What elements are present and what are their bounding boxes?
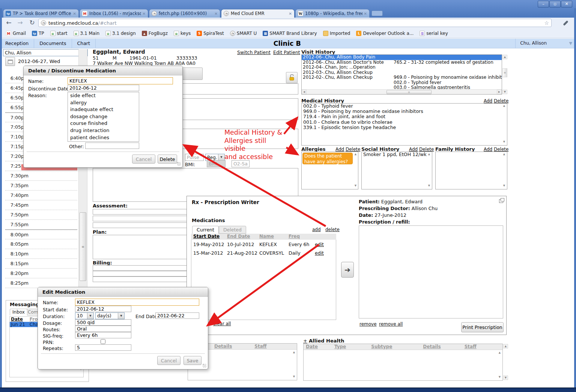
- medical-history-add-link[interactable]: Add: [484, 98, 492, 104]
- scroll-up-icon[interactable]: ▲: [502, 55, 507, 59]
- duration-unit-select[interactable]: day(s)▼: [95, 312, 125, 319]
- scroll-up-icon[interactable]: ▲: [502, 104, 507, 108]
- visit-history-row[interactable]: 2012-06-... Chu, Allison Doctor's Note 7…: [302, 60, 502, 65]
- dropdown-arrow-icon[interactable]: ▼: [118, 313, 124, 319]
- resize-grip[interactable]: [203, 364, 206, 368]
- cancel-button[interactable]: Cancel: [157, 356, 180, 365]
- scroll-up-icon[interactable]: ▲: [503, 344, 508, 348]
- schedule-slot[interactable]: 8:05pm: [5, 239, 77, 249]
- medication-name-input[interactable]: [75, 299, 199, 306]
- bookmark-item[interactable]: SMART Brand Library: [260, 30, 319, 37]
- reason-option[interactable]: patient declines: [68, 134, 139, 141]
- close-button[interactable]: ✕: [561, 1, 572, 8]
- settings-wrench-icon[interactable]: [560, 18, 571, 27]
- browser-tab[interactable]: TP > Task Board (MP Office ✕: [3, 9, 79, 18]
- scroll-down-icon[interactable]: ▼: [353, 184, 358, 188]
- messaging-tab-inbox[interactable]: Inbox: [10, 309, 27, 315]
- medications-tab[interactable]: Current: [192, 226, 219, 234]
- minimize-button[interactable]: –: [538, 1, 549, 8]
- allergy-no-link[interactable]: No: [304, 165, 311, 170]
- schedule-slot[interactable]: 8:10pm: [5, 249, 77, 259]
- end-date-input[interactable]: [155, 312, 199, 319]
- visit-history-row[interactable]: 2012-02-... Chu, Allison Checkup 969.0 -…: [302, 75, 502, 80]
- print-prescription-button[interactable]: Print Prescription: [461, 322, 504, 332]
- reason-option[interactable]: course finished: [68, 120, 139, 127]
- medical-history-item[interactable]: 339.1 - Episodic tension type headache: [302, 125, 507, 130]
- repeats-input[interactable]: [75, 344, 131, 351]
- med-edit-link[interactable]: edit: [315, 250, 324, 257]
- bookmark-item[interactable]: FogBugz: [140, 30, 170, 37]
- back-button[interactable]: ←: [4, 18, 14, 27]
- bookmark-star-icon[interactable]: ☆: [544, 20, 549, 26]
- tab-close-icon[interactable]: ✕: [215, 12, 218, 16]
- social-history-delete-link[interactable]: Delete: [419, 147, 434, 152]
- browser-tab[interactable]: Inbox (1,056) - mrjacksonch ✕: [80, 9, 148, 18]
- bookmark-item[interactable]: Developer Outlook a...: [354, 30, 416, 37]
- med-edit-link[interactable]: edit: [315, 241, 324, 248]
- visit-history-row[interactable]: 2012-06-... Chu, Allison Body Pain: [302, 55, 502, 60]
- unlock-note-button[interactable]: [286, 72, 298, 83]
- forward-button[interactable]: →: [15, 18, 25, 27]
- scroll-up-icon[interactable]: ▲: [502, 152, 507, 157]
- medical-history-item[interactable]: 969.0 - Poisoning by monoamine oxidase i…: [302, 109, 507, 114]
- schedule-slot[interactable]: 7:50pm: [5, 210, 77, 220]
- tab-close-icon[interactable]: ✕: [289, 12, 292, 16]
- other-reason-input[interactable]: [85, 143, 139, 149]
- schedule-slot[interactable]: 8:00pm: [5, 230, 77, 239]
- bookmark-item[interactable]: start: [48, 30, 70, 37]
- bookmark-item[interactable]: TP: [30, 30, 47, 37]
- bookmark-item[interactable]: 3.1 Main: [71, 30, 102, 37]
- scroll-left-icon[interactable]: ◀: [302, 90, 307, 94]
- social-history-item[interactable]: Smoker 1 ppd, EtOH 12/wk: [362, 152, 432, 157]
- scroll-right-icon[interactable]: ▶: [497, 90, 502, 94]
- medical-history-delete-link[interactable]: Delete: [494, 98, 508, 104]
- scrollbar-thumb[interactable]: ≡: [387, 90, 432, 94]
- scroll-down-icon[interactable]: ▼: [292, 375, 296, 379]
- popout-icon[interactable]: [499, 199, 503, 203]
- tab-close-icon[interactable]: ✕: [364, 12, 367, 16]
- schedule-slot[interactable]: 8:15pm: [5, 259, 77, 269]
- medical-history-item[interactable]: 719.4 - Pain in joint, ankle and foot: [302, 114, 507, 119]
- visit-history-row[interactable]: 002.0 - Typhoid fever: [302, 80, 502, 86]
- scroll-down-icon[interactable]: ▼: [497, 375, 502, 380]
- resize-grip[interactable]: [177, 162, 181, 166]
- add-to-prescription-button[interactable]: ➔: [341, 262, 354, 278]
- bookmark-item[interactable]: keys: [171, 30, 193, 37]
- family-history-delete-link[interactable]: Delete: [494, 147, 508, 152]
- medication-add-link[interactable]: add: [312, 227, 321, 232]
- reason-option[interactable]: allergy: [68, 99, 139, 107]
- allergies-delete-link[interactable]: Delete: [346, 147, 360, 152]
- app-nav-item[interactable]: Reception: [0, 39, 34, 48]
- provider-select[interactable]: Chu, Allison▼: [3, 49, 88, 56]
- schedule-slot[interactable]: 7:55pm: [5, 220, 77, 230]
- reason-option[interactable]: inadequate effect: [68, 106, 139, 113]
- user-menu-caret-icon[interactable]: ▼: [569, 39, 572, 48]
- maximize-button[interactable]: ▫: [549, 1, 561, 8]
- medications-tab[interactable]: Deleted: [219, 226, 246, 234]
- pulse-input[interactable]: [185, 154, 204, 161]
- routes-input[interactable]: [75, 326, 131, 332]
- tab-close-icon[interactable]: ✕: [73, 12, 76, 16]
- bookmark-item[interactable]: Imported: [321, 30, 353, 37]
- medication-name-input[interactable]: [68, 77, 173, 84]
- remove-link[interactable]: remove: [359, 321, 377, 327]
- schedule-slot[interactable]: 7:30pm: [5, 171, 77, 181]
- medication-row[interactable]: 15-Mar-201221-Aug-2012COVERSYLDailyedit: [191, 250, 336, 258]
- allergies-add-link[interactable]: Add: [335, 147, 344, 152]
- dropdown-arrow-icon[interactable]: ▼: [218, 154, 224, 161]
- clear-all-link[interactable]: clear all: [213, 321, 231, 326]
- schedule-slot[interactable]: 7:40pm: [5, 191, 77, 200]
- scroll-down-icon[interactable]: ▼: [502, 90, 507, 94]
- o2sat-input[interactable]: [232, 160, 250, 167]
- visit-history-hscrollbar[interactable]: ◀ ≡ ▶: [302, 89, 502, 94]
- scroll-up-icon[interactable]: ▲: [292, 350, 296, 355]
- scroll-down-icon[interactable]: ▼: [502, 184, 507, 188]
- scrollbar-thumb[interactable]: ≡: [502, 68, 507, 77]
- scroll-up-icon[interactable]: ▲: [497, 351, 502, 355]
- app-nav-item[interactable]: Documents: [34, 39, 72, 48]
- delete-button[interactable]: Delete: [158, 155, 177, 164]
- save-button[interactable]: Save: [183, 356, 202, 365]
- visit-history-row[interactable]: 2012-03-... Chu, Allison Checkup: [302, 70, 502, 75]
- switch-patient-link[interactable]: Switch Patient: [237, 50, 271, 55]
- duration-value-select[interactable]: 10▼: [75, 312, 94, 319]
